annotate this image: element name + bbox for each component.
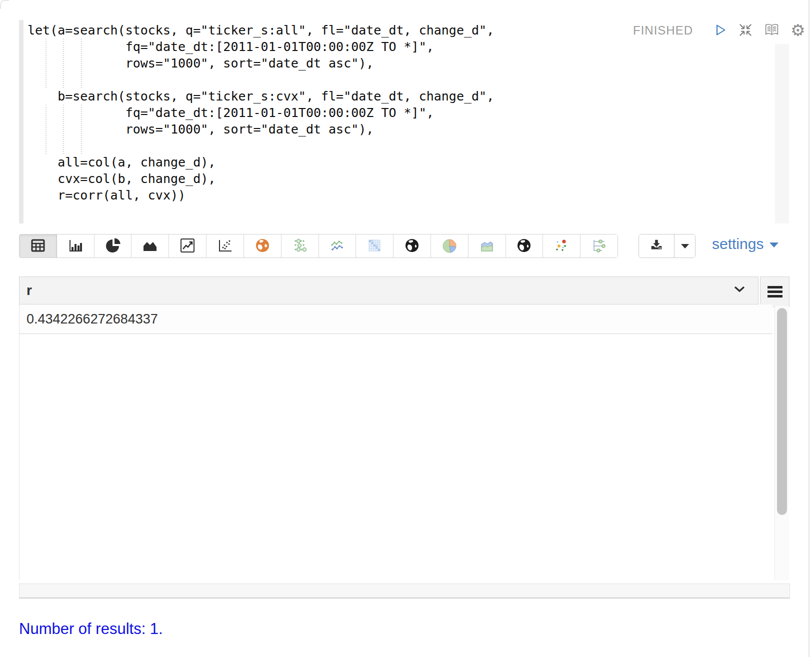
caret-down-icon — [681, 244, 689, 248]
table-horizontal-scrollbar[interactable] — [19, 584, 790, 598]
indent-guide — [46, 38, 46, 88]
dot-matrix-icon — [292, 238, 308, 255]
viz-tab-multi-line[interactable] — [319, 234, 356, 258]
table-row: 0.4342266272684337 — [20, 304, 772, 334]
orange-globe-icon — [254, 238, 270, 255]
code-editor[interactable]: let(a=search(stocks, q="ticker_s:all", f… — [19, 20, 792, 224]
download-button[interactable] — [639, 234, 674, 258]
show-editor-button[interactable] — [764, 23, 780, 38]
stacked-area-icon — [479, 238, 495, 255]
hamburger-icon — [768, 286, 782, 288]
compress-icon — [738, 22, 753, 39]
viz-tab-map-orange[interactable] — [244, 234, 282, 258]
scatter-chart-icon — [217, 238, 233, 255]
download-button-group — [638, 234, 696, 258]
visualization-toolbar — [19, 234, 618, 258]
black-globe-icon-2 — [516, 238, 532, 255]
settings-caret-icon — [770, 242, 778, 248]
paragraph-controls: FINISHED ⚙ — [633, 22, 806, 39]
chevron-down-icon — [734, 286, 745, 294]
viz-tab-bubble[interactable] — [543, 234, 580, 258]
indent-guide — [81, 38, 82, 88]
colored-pie-icon — [442, 238, 458, 255]
pie-chart-icon — [105, 238, 121, 255]
download-menu-button[interactable] — [674, 234, 695, 258]
grid-menu-button[interactable] — [760, 276, 790, 307]
gear-icon: ⚙ — [790, 23, 806, 38]
results-count-text: Number of results: 1. — [19, 620, 163, 638]
editor-gutter — [19, 20, 24, 224]
column-header-label: r — [20, 282, 32, 298]
settings-label: settings — [712, 236, 764, 252]
table-vertical-scrollbar[interactable] — [774, 306, 789, 580]
sliders-icon — [591, 238, 607, 255]
indent-guide — [46, 104, 46, 154]
settings-link[interactable]: settings — [712, 236, 778, 252]
viz-tab-line-chart[interactable] — [169, 234, 206, 258]
viz-tab-dot-matrix[interactable] — [282, 234, 319, 258]
multi-line-icon — [329, 238, 345, 255]
column-menu-button[interactable] — [733, 285, 746, 295]
indent-guide — [81, 104, 82, 154]
vertical-scrollbar-thumb[interactable] — [777, 308, 787, 515]
play-icon — [714, 24, 727, 38]
black-globe-icon — [404, 238, 420, 255]
viz-tab-bar-chart[interactable] — [57, 234, 94, 258]
settings-gear-button[interactable]: ⚙ — [790, 23, 806, 38]
viz-tab-stacked-area[interactable] — [468, 234, 506, 258]
bar-chart-icon — [68, 238, 84, 255]
viz-tab-area-chart[interactable] — [132, 234, 169, 258]
indent-guide — [63, 104, 64, 154]
table-icon — [30, 238, 46, 255]
line-chart-icon — [180, 238, 196, 255]
indent-guide — [63, 38, 64, 88]
viz-tab-table[interactable] — [20, 234, 57, 258]
viz-tab-heatmap[interactable] — [356, 234, 394, 258]
table-body: 0.4342266272684337 — [19, 304, 772, 580]
viz-tab-geo-map[interactable] — [506, 234, 544, 258]
area-chart-icon — [142, 238, 158, 255]
run-button[interactable] — [714, 24, 727, 38]
paragraph-card-border — [808, 0, 810, 657]
viz-tab-colored-pie[interactable] — [431, 234, 468, 258]
status-badge: FINISHED — [633, 24, 693, 38]
download-icon — [649, 238, 664, 254]
viz-tab-world-map[interactable] — [394, 234, 431, 258]
viz-tab-parallel-sliders[interactable] — [580, 234, 618, 258]
heatmap-icon — [366, 238, 382, 255]
editor-scrollbar-track[interactable] — [775, 44, 789, 224]
viz-tab-pie-chart[interactable] — [94, 234, 132, 258]
collapse-output-button[interactable] — [738, 22, 753, 39]
table-column-header[interactable]: r — [19, 276, 758, 304]
bubble-scatter-icon — [554, 238, 570, 255]
code-text[interactable]: let(a=search(stocks, q="ticker_s:all", f… — [28, 22, 494, 204]
paragraph-card-corner — [0, 0, 9, 9]
book-icon — [764, 23, 780, 38]
viz-tab-scatter-chart[interactable] — [206, 234, 244, 258]
